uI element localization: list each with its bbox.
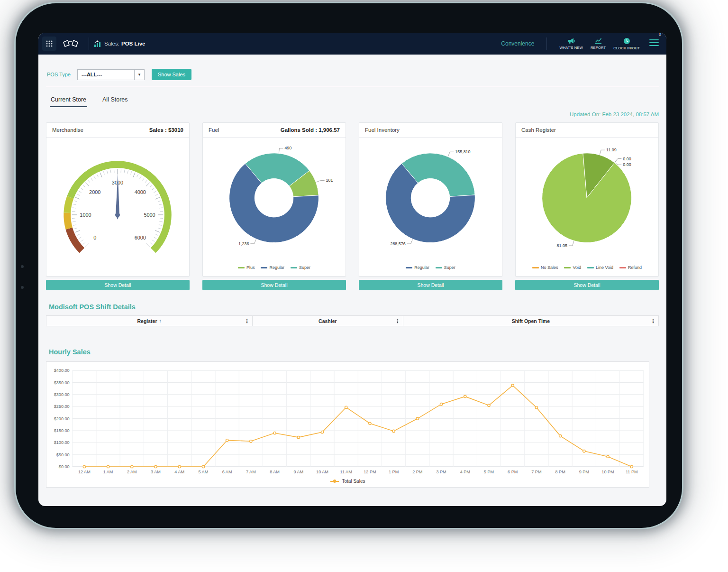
legend-item-regular[interactable]: Regular [261,265,284,270]
svg-text:12 AM: 12 AM [78,470,91,474]
legend-item-super[interactable]: Super [436,265,455,270]
legend-label: Super [299,265,310,270]
svg-text:$400.00: $400.00 [54,368,70,373]
legend-label: Void [573,265,581,270]
card-title: Fuel [209,127,219,133]
svg-text:490: 490 [284,146,291,150]
column-register-label: Register [137,318,157,324]
pos-type-selected-value: ---ALL--- [78,72,102,77]
store-type-label[interactable]: Convenience [501,40,534,47]
report-button[interactable]: REPORT [591,37,606,50]
legend-label: Regular [269,265,284,270]
svg-text:7 PM: 7 PM [531,470,541,474]
cash-register-card-header: Cash Register [516,123,658,138]
svg-text:6 AM: 6 AM [222,470,232,474]
fuel-inventory-chart-legend: RegularSuper [359,261,502,274]
svg-text:8 AM: 8 AM [270,470,280,474]
svg-text:8 PM: 8 PM [555,470,565,474]
updated-on-text: Updated On: Feb 23 2024, 08:57 AM [46,111,659,117]
cash-register-pie-chart: 11.090.000.0081.05 [516,138,658,261]
column-register[interactable]: Register ↑ ⋮ [46,316,253,326]
legend-item-plus[interactable]: Plus [238,265,255,270]
tab-current-store[interactable]: Current Store [50,95,87,107]
svg-text:11 AM: 11 AM [340,470,352,474]
side-button [21,265,24,268]
whats-new-label: WHAT'S NEW [559,46,583,50]
svg-text:$300.00: $300.00 [54,392,70,397]
clock-in-out-button[interactable]: CLOCK IN/OUT [613,37,640,50]
svg-text:$200.00: $200.00 [54,416,70,421]
svg-text:4000: 4000 [135,189,146,195]
navbar-divider [546,37,547,50]
fuel-inventory-card-header: Fuel Inventory [359,123,502,138]
legend-label: Refund [628,265,642,270]
chevron-down-icon[interactable]: ▾ [134,70,144,80]
cash-register-card: Cash Register 11.090.000.0081.05 No Sale… [515,122,659,277]
legend-marker [619,267,626,268]
pos-type-label: POS Type [47,72,71,77]
apps-grid-icon[interactable] [42,37,56,51]
svg-text:10 AM: 10 AM [316,470,328,474]
column-menu-icon[interactable]: ⋮ [650,318,656,324]
svg-text:9 AM: 9 AM [293,470,303,474]
legend-label: Regular [414,265,429,270]
legend-item-line-void[interactable]: Line Void [587,265,613,270]
tablet-frame: Sales: POS Live Convenience WHAT'S NEW [14,2,683,529]
svg-text:0.00: 0.00 [623,157,631,161]
hamburger-menu-icon[interactable] [649,37,659,48]
shift-details-table-header: Register ↑ ⋮ Cashier ⋮ Shift Open Time ⋮ [46,315,659,326]
modisoft-logo-icon[interactable] [62,39,79,48]
sort-asc-icon[interactable]: ↑ [159,318,162,323]
svg-text:3 PM: 3 PM [436,470,446,474]
divider-rule [46,87,659,87]
column-menu-icon[interactable]: ⋮ [395,318,400,324]
legend-item-no-sales[interactable]: No Sales [532,265,558,270]
fuel-inventory-card: Fuel Inventory 155,810288,576 RegularSup… [359,122,502,277]
svg-text:$100.00: $100.00 [54,440,70,445]
column-cashier[interactable]: Cashier ⋮ [253,316,403,326]
svg-text:$50.00: $50.00 [56,452,70,457]
legend-label: Super [444,265,455,270]
side-button [21,286,24,289]
column-shift-open-time-label: Shift Open Time [512,318,550,324]
legend-item-void[interactable]: Void [564,265,581,270]
merchandise-card: Merchandise Sales : $3010 01000200030004… [46,122,190,277]
dashboard-cards: Merchandise Sales : $3010 01000200030004… [46,122,659,290]
svg-text:6 PM: 6 PM [508,470,518,474]
legend-item-super[interactable]: Super [291,265,310,270]
merchandise-show-detail-button[interactable]: Show Detail [46,280,190,290]
report-icon [595,37,602,44]
total-sales-legend-label: Total Sales [342,479,365,484]
legend-marker [238,267,245,268]
svg-text:0: 0 [93,235,96,240]
svg-text:11.09: 11.09 [606,148,617,152]
svg-text:$250.00: $250.00 [54,404,70,409]
legend-label: Line Void [596,265,613,270]
card-title: Fuel Inventory [365,127,400,133]
main-content: POS Type ---ALL--- ▾ Show Sales Current … [38,69,666,488]
hourly-sales-heading: Hourly Sales [49,348,659,356]
show-sales-button[interactable]: Show Sales [152,69,191,80]
legend-marker [291,267,297,268]
cash-register-show-detail-button[interactable]: Show Detail [515,280,659,290]
svg-text:0.00: 0.00 [623,162,631,167]
navbar-divider [89,37,89,50]
svg-text:9 PM: 9 PM [579,470,589,474]
hourly-sales-legend[interactable]: Total Sales [48,477,647,486]
legend-item-regular[interactable]: Regular [406,265,429,270]
fuel-show-detail-button[interactable]: Show Detail [202,280,346,290]
whats-new-button[interactable]: WHAT'S NEW [559,37,583,50]
fuel-inventory-show-detail-button[interactable]: Show Detail [359,280,502,290]
pos-type-select[interactable]: ---ALL--- ▾ [77,69,145,80]
svg-text:5 AM: 5 AM [199,470,209,474]
total-sales-legend-marker [330,481,339,482]
legend-marker [564,267,571,268]
legend-item-refund[interactable]: Refund [619,265,642,270]
tab-all-stores[interactable]: All Stores [101,95,129,107]
legend-marker [436,267,442,268]
svg-text:1 PM: 1 PM [389,470,399,474]
svg-text:5000: 5000 [144,212,155,218]
column-shift-open-time[interactable]: Shift Open Time ⋮ [403,316,658,326]
column-menu-icon[interactable]: ⋮ [244,318,250,324]
filter-row: POS Type ---ALL--- ▾ Show Sales [46,69,659,80]
